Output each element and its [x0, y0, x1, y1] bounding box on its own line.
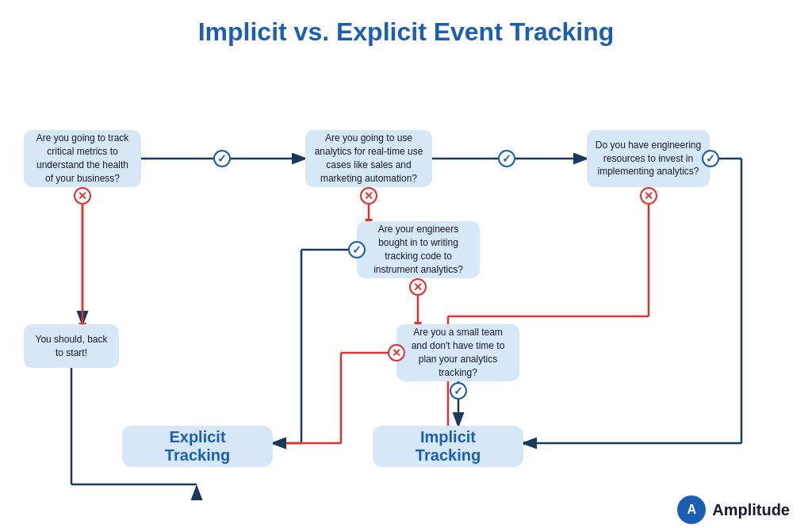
amplitude-logo-icon: A — [677, 495, 706, 524]
x-icon-q3-down: ✕ — [640, 187, 657, 205]
question-box-q2: Are you going to use analytics for real-… — [305, 130, 432, 187]
result-implicit-tracking: Implicit Tracking — [373, 426, 523, 467]
result-back-to-start: You should, back to start! — [24, 324, 119, 368]
check-icon-q3-right: ✓ — [702, 150, 719, 167]
page-title: Implicit vs. Explicit Event Tracking — [0, 0, 812, 55]
question-box-q5: Are you a small team and don't have time… — [396, 324, 519, 381]
amplitude-logo: A Amplitude — [677, 495, 790, 524]
check-icon-q2-q3: ✓ — [498, 150, 515, 167]
check-icon-q5-down: ✓ — [450, 382, 467, 400]
x-icon-q4-down: ✕ — [409, 278, 427, 296]
diagram-container: Are you going to track critical metrics … — [0, 55, 812, 528]
amplitude-logo-text: Amplitude — [712, 501, 790, 519]
check-icon-q1-q2: ✓ — [213, 150, 231, 167]
question-box-q4: Are your engineers bought in to writing … — [357, 221, 480, 278]
x-icon-q5-left: ✕ — [388, 344, 405, 362]
x-icon-q1-down: ✕ — [74, 187, 91, 205]
check-icon-q4-left: ✓ — [348, 241, 366, 258]
x-icon-q2-down: ✕ — [360, 187, 377, 205]
question-box-q3: Do you have engineering resources to inv… — [587, 130, 710, 187]
result-explicit-tracking: Explicit Tracking — [122, 426, 273, 467]
question-box-q1: Are you going to track critical metrics … — [24, 130, 141, 187]
